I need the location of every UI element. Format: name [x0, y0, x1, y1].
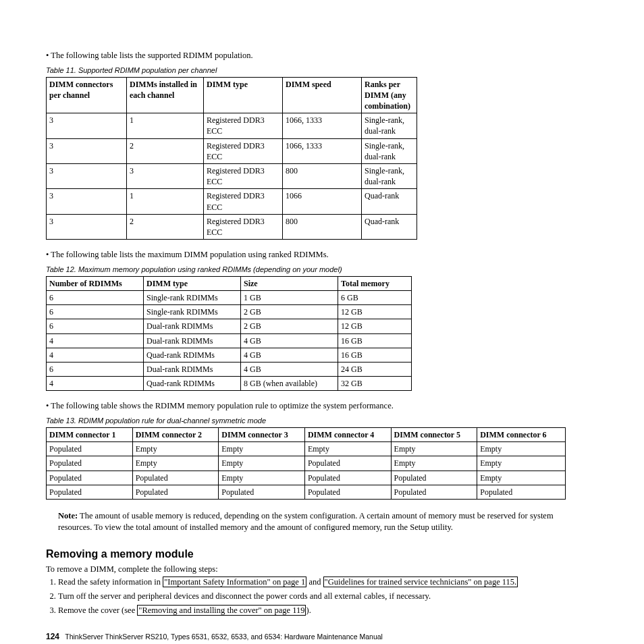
table-cell: 4 [47, 348, 144, 362]
t12-h4: Total memory [338, 276, 412, 290]
table-cell: Registered DDR3 ECC [204, 189, 283, 214]
table-cell: Populated [391, 471, 477, 485]
table11-caption: Table 11. Supported RDIMM population per… [46, 65, 598, 76]
step-3: Remove the cover (see "Removing and inst… [58, 605, 598, 616]
table-cell: 12 GB [338, 305, 412, 319]
table-cell: 4 [47, 377, 144, 391]
table-row: 6Dual-rank RDIMMs2 GB12 GB [47, 319, 412, 333]
t13-h1: DIMM connector 1 [47, 428, 133, 442]
table-cell: Empty [304, 442, 391, 456]
page-footer: 124 ThinkServer ThinkServer RS210, Types… [46, 631, 598, 642]
table-row: 4Quad-rank RDIMMs8 GB (when available)32… [47, 377, 412, 391]
heading-removing-memory: Removing a memory module [46, 547, 598, 562]
table-cell: 800 [283, 214, 362, 239]
t12-h3: Size [241, 276, 338, 290]
bullet-max-dimm: The following table lists the maximum DI… [46, 249, 598, 261]
table-cell: Dual-rank RDIMMs [144, 363, 241, 377]
link-removing-cover[interactable]: "Removing and installing the cover" on p… [137, 605, 306, 616]
table-cell: 1066 [283, 189, 362, 214]
table-cell: 1 GB [241, 291, 338, 305]
t12-h1: Number of RDIMMs [47, 276, 144, 290]
table-cell: Populated [477, 485, 566, 499]
note-text: The amount of usable memory is reduced, … [58, 511, 554, 532]
table-cell: Quad-rank [362, 214, 417, 239]
t12-h2: DIMM type [144, 276, 241, 290]
table-cell: Registered DDR3 ECC [204, 138, 283, 163]
table-cell: 6 [47, 363, 144, 377]
table-cell: 4 [47, 333, 144, 348]
table-cell: 4 GB [241, 333, 338, 348]
table-cell: 3 [47, 164, 127, 189]
link-guidelines[interactable]: "Guidelines for trained service technici… [323, 576, 518, 587]
table-row: 6Single-rank RDIMMs1 GB6 GB [47, 291, 412, 305]
table12-caption: Table 12. Maximum memory population usin… [46, 265, 598, 275]
table-cell: Registered DDR3 ECC [204, 164, 283, 189]
note-usable-memory: Note: The amount of usable memory is red… [58, 510, 598, 533]
table-row: 32Registered DDR3 ECC800Quad-rank [47, 214, 417, 239]
table-cell: 12 GB [338, 319, 412, 333]
step1-text-b: and [306, 577, 323, 587]
table-cell: Populated [47, 456, 133, 471]
table-cell: 3 [47, 138, 127, 163]
step1-text-a: Read the safety information in [58, 577, 163, 587]
table-cell: Empty [391, 456, 477, 471]
table-cell: Populated [304, 485, 391, 499]
table-cell: 16 GB [338, 333, 412, 348]
table-cell: 4 GB [241, 348, 338, 362]
t13-h5: DIMM connector 5 [391, 428, 477, 442]
table-row: 4Dual-rank RDIMMs4 GB16 GB [47, 333, 412, 348]
link-safety-info[interactable]: "Important Safety Information" on page 1 [163, 576, 306, 587]
table12: Number of RDIMMs DIMM type Size Total me… [46, 276, 412, 392]
table-row: 4Quad-rank RDIMMs4 GB16 GB [47, 348, 412, 362]
table-cell: 1066, 1333 [283, 113, 362, 138]
table-cell: Empty [219, 471, 305, 485]
table-row: PopulatedPopulatedEmptyPopulatedPopulate… [47, 471, 566, 485]
step-1: Read the safety information in "Importan… [58, 576, 598, 588]
table-cell: 1 [127, 189, 204, 214]
table-row: PopulatedPopulatedPopulatedPopulatedPopu… [47, 485, 566, 499]
table-cell: Dual-rank RDIMMs [144, 319, 241, 333]
bullet-supported-rdimm: The following table lists the supported … [46, 50, 598, 61]
table-cell: Quad-rank RDIMMs [144, 377, 241, 391]
table-cell: 6 [47, 291, 144, 305]
table-cell: 16 GB [338, 348, 412, 362]
table11: DIMM connectors per channel DIMMs instal… [46, 77, 417, 240]
table-cell: 800 [283, 164, 362, 189]
t13-h2: DIMM connector 2 [132, 428, 219, 442]
table-row: PopulatedEmptyEmptyPopulatedEmptyEmpty [47, 456, 566, 471]
bullet-population-rule: The following table shows the RDIMM memo… [46, 400, 598, 412]
table-cell: 6 [47, 305, 144, 319]
footer-text: ThinkServer ThinkServer RS210, Types 653… [65, 633, 383, 641]
table-cell: Populated [47, 442, 133, 456]
t13-h6: DIMM connector 6 [477, 428, 566, 442]
table-cell: Dual-rank RDIMMs [144, 333, 241, 348]
table-cell: Populated [132, 471, 219, 485]
step3-text-b: ). [306, 606, 311, 615]
table-row: 31Registered DDR3 ECC1066Quad-rank [47, 189, 417, 214]
table-cell: Single-rank, dual-rank [362, 113, 417, 138]
table-cell: Populated [47, 485, 133, 499]
table-cell: 3 [47, 214, 127, 239]
table-cell: 3 [127, 164, 204, 189]
table13: DIMM connector 1 DIMM connector 2 DIMM c… [46, 427, 566, 500]
t13-h4: DIMM connector 4 [304, 428, 391, 442]
step-2: Turn off the server and peripheral devic… [58, 591, 598, 602]
table-cell: Empty [132, 456, 219, 471]
table-cell: Populated [132, 485, 219, 499]
table-row: 6Dual-rank RDIMMs4 GB24 GB [47, 363, 412, 377]
table-cell: Single-rank RDIMMs [144, 291, 241, 305]
table-cell: Empty [132, 442, 219, 456]
t11-h4: DIMM speed [283, 77, 362, 113]
table-cell: Populated [391, 485, 477, 499]
table-cell: 1066, 1333 [283, 138, 362, 163]
table-cell: 3 [47, 113, 127, 138]
table-cell: 2 [127, 138, 204, 163]
table-cell: Single-rank RDIMMs [144, 305, 241, 319]
table-cell: Empty [477, 442, 566, 456]
page-number: 124 [46, 632, 59, 641]
table-cell: Registered DDR3 ECC [204, 214, 283, 239]
t11-h5: Ranks per DIMM (any combination) [362, 77, 417, 113]
table-cell: Single-rank, dual-rank [362, 164, 417, 189]
t13-h3: DIMM connector 3 [219, 428, 305, 442]
table-cell: 3 [47, 189, 127, 214]
